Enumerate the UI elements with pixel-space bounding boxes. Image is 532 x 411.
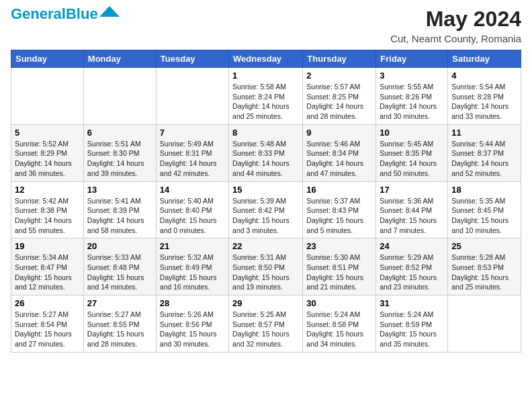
day-info: Sunrise: 5:32 AMSunset: 8:49 PMDaylight:…: [160, 253, 225, 292]
day-info: Sunrise: 5:30 AMSunset: 8:51 PMDaylight:…: [306, 253, 372, 292]
calendar-cell: 13Sunrise: 5:41 AMSunset: 8:39 PMDayligh…: [83, 181, 156, 238]
day-info: Sunrise: 5:27 AMSunset: 8:54 PMDaylight:…: [15, 310, 80, 349]
day-number: 2: [306, 71, 372, 81]
calendar-cell: 25Sunrise: 5:28 AMSunset: 8:53 PMDayligh…: [448, 238, 521, 295]
day-number: 31: [380, 298, 444, 308]
day-number: 1: [232, 71, 299, 81]
calendar-header-monday: Monday: [83, 50, 156, 68]
logo-icon: [99, 5, 120, 18]
day-info: Sunrise: 5:36 AMSunset: 8:44 PMDaylight:…: [380, 196, 444, 236]
day-number: 6: [87, 128, 152, 138]
calendar-header-saturday: Saturday: [448, 50, 521, 68]
day-number: 16: [306, 185, 372, 195]
day-number: 26: [15, 298, 80, 308]
calendar-cell: 17Sunrise: 5:36 AMSunset: 8:44 PMDayligh…: [376, 181, 448, 238]
day-info: Sunrise: 5:52 AMSunset: 8:29 PMDaylight:…: [15, 139, 80, 179]
calendar-cell: 24Sunrise: 5:29 AMSunset: 8:52 PMDayligh…: [376, 238, 448, 295]
calendar-cell: 7Sunrise: 5:49 AMSunset: 8:31 PMDaylight…: [156, 124, 228, 181]
calendar-header-sunday: Sunday: [11, 50, 84, 68]
day-number: 28: [160, 298, 225, 308]
calendar-week-row: 26Sunrise: 5:27 AMSunset: 8:54 PMDayligh…: [11, 295, 521, 353]
day-number: 12: [15, 185, 80, 195]
day-number: 14: [160, 185, 225, 195]
calendar-cell: 5Sunrise: 5:52 AMSunset: 8:29 PMDaylight…: [11, 124, 84, 181]
calendar-cell: 18Sunrise: 5:35 AMSunset: 8:45 PMDayligh…: [448, 181, 521, 238]
calendar-cell: 20Sunrise: 5:33 AMSunset: 8:48 PMDayligh…: [83, 238, 156, 295]
day-info: Sunrise: 5:33 AMSunset: 8:48 PMDaylight:…: [87, 253, 152, 292]
day-info: Sunrise: 5:29 AMSunset: 8:52 PMDaylight:…: [380, 253, 444, 292]
calendar-week-row: 19Sunrise: 5:34 AMSunset: 8:47 PMDayligh…: [11, 238, 521, 295]
day-number: 20: [87, 241, 152, 251]
calendar-week-row: 12Sunrise: 5:42 AMSunset: 8:38 PMDayligh…: [11, 181, 521, 238]
day-info: Sunrise: 5:28 AMSunset: 8:53 PMDaylight:…: [451, 253, 517, 292]
day-info: Sunrise: 5:54 AMSunset: 8:28 PMDaylight:…: [451, 82, 517, 122]
day-info: Sunrise: 5:46 AMSunset: 8:34 PMDaylight:…: [306, 139, 372, 179]
calendar-cell: 1Sunrise: 5:58 AMSunset: 8:24 PMDaylight…: [229, 68, 303, 125]
day-info: Sunrise: 5:41 AMSunset: 8:39 PMDaylight:…: [87, 196, 152, 236]
day-number: 23: [306, 241, 372, 251]
day-number: 21: [160, 241, 225, 251]
calendar-header-tuesday: Tuesday: [156, 50, 228, 68]
calendar-header-thursday: Thursday: [303, 50, 376, 68]
day-number: 8: [232, 128, 299, 138]
logo: GeneralBlue: [11, 7, 120, 21]
calendar-table: SundayMondayTuesdayWednesdayThursdayFrid…: [11, 50, 521, 353]
day-number: 9: [306, 128, 372, 138]
calendar-cell: 31Sunrise: 5:24 AMSunset: 8:59 PMDayligh…: [376, 295, 448, 353]
calendar-cell: 15Sunrise: 5:39 AMSunset: 8:42 PMDayligh…: [229, 181, 303, 238]
day-info: Sunrise: 5:31 AMSunset: 8:50 PMDaylight:…: [232, 253, 299, 292]
calendar-cell: 26Sunrise: 5:27 AMSunset: 8:54 PMDayligh…: [11, 295, 84, 353]
day-info: Sunrise: 5:42 AMSunset: 8:38 PMDaylight:…: [15, 196, 80, 236]
calendar-cell: 27Sunrise: 5:27 AMSunset: 8:55 PMDayligh…: [83, 295, 156, 353]
day-info: Sunrise: 5:45 AMSunset: 8:35 PMDaylight:…: [380, 139, 444, 179]
calendar-cell: 12Sunrise: 5:42 AMSunset: 8:38 PMDayligh…: [11, 181, 84, 238]
calendar-header-row: SundayMondayTuesdayWednesdayThursdayFrid…: [11, 50, 521, 68]
day-info: Sunrise: 5:40 AMSunset: 8:40 PMDaylight:…: [160, 196, 225, 236]
day-info: Sunrise: 5:51 AMSunset: 8:30 PMDaylight:…: [87, 139, 152, 179]
day-number: 5: [15, 128, 80, 138]
main-title: May 2024: [390, 7, 521, 32]
calendar-cell: 11Sunrise: 5:44 AMSunset: 8:37 PMDayligh…: [448, 124, 521, 181]
calendar-week-row: 5Sunrise: 5:52 AMSunset: 8:29 PMDaylight…: [11, 124, 521, 181]
svg-marker-0: [99, 6, 120, 17]
day-info: Sunrise: 5:44 AMSunset: 8:37 PMDaylight:…: [451, 139, 517, 179]
subtitle: Cut, Neamt County, Romania: [390, 33, 521, 44]
calendar-cell: 10Sunrise: 5:45 AMSunset: 8:35 PMDayligh…: [376, 124, 448, 181]
calendar-cell: [11, 68, 84, 125]
day-info: Sunrise: 5:37 AMSunset: 8:43 PMDaylight:…: [306, 196, 372, 236]
day-number: 11: [451, 128, 517, 138]
calendar-cell: 30Sunrise: 5:24 AMSunset: 8:58 PMDayligh…: [303, 295, 376, 353]
day-number: 15: [232, 185, 299, 195]
day-info: Sunrise: 5:27 AMSunset: 8:55 PMDaylight:…: [87, 310, 152, 349]
calendar-cell: 16Sunrise: 5:37 AMSunset: 8:43 PMDayligh…: [303, 181, 376, 238]
day-number: 27: [87, 298, 152, 308]
day-info: Sunrise: 5:35 AMSunset: 8:45 PMDaylight:…: [451, 196, 517, 236]
calendar-cell: 23Sunrise: 5:30 AMSunset: 8:51 PMDayligh…: [303, 238, 376, 295]
calendar-header-wednesday: Wednesday: [229, 50, 303, 68]
header: GeneralBlue May 2024 Cut, Neamt County, …: [11, 7, 521, 44]
day-number: 18: [451, 185, 517, 195]
day-number: 29: [232, 298, 299, 308]
page: GeneralBlue May 2024 Cut, Neamt County, …: [0, 0, 532, 411]
day-number: 3: [380, 71, 444, 81]
calendar-cell: 14Sunrise: 5:40 AMSunset: 8:40 PMDayligh…: [156, 181, 228, 238]
day-number: 17: [380, 185, 444, 195]
day-info: Sunrise: 5:48 AMSunset: 8:33 PMDaylight:…: [232, 139, 299, 179]
day-info: Sunrise: 5:49 AMSunset: 8:31 PMDaylight:…: [160, 139, 225, 179]
day-number: 7: [160, 128, 225, 138]
day-number: 30: [306, 298, 372, 308]
calendar-cell: 28Sunrise: 5:26 AMSunset: 8:56 PMDayligh…: [156, 295, 228, 353]
calendar-cell: 22Sunrise: 5:31 AMSunset: 8:50 PMDayligh…: [229, 238, 303, 295]
calendar-cell: [448, 295, 521, 353]
title-block: May 2024 Cut, Neamt County, Romania: [390, 7, 521, 44]
day-info: Sunrise: 5:55 AMSunset: 8:26 PMDaylight:…: [380, 82, 444, 122]
day-info: Sunrise: 5:58 AMSunset: 8:24 PMDaylight:…: [232, 82, 299, 122]
calendar-cell: [156, 68, 228, 125]
day-number: 19: [15, 241, 80, 251]
calendar-cell: 21Sunrise: 5:32 AMSunset: 8:49 PMDayligh…: [156, 238, 228, 295]
calendar-cell: 9Sunrise: 5:46 AMSunset: 8:34 PMDaylight…: [303, 124, 376, 181]
day-number: 22: [232, 241, 299, 251]
day-number: 10: [380, 128, 444, 138]
calendar-cell: 2Sunrise: 5:57 AMSunset: 8:25 PMDaylight…: [303, 68, 376, 125]
logo-text: GeneralBlue: [11, 7, 98, 21]
